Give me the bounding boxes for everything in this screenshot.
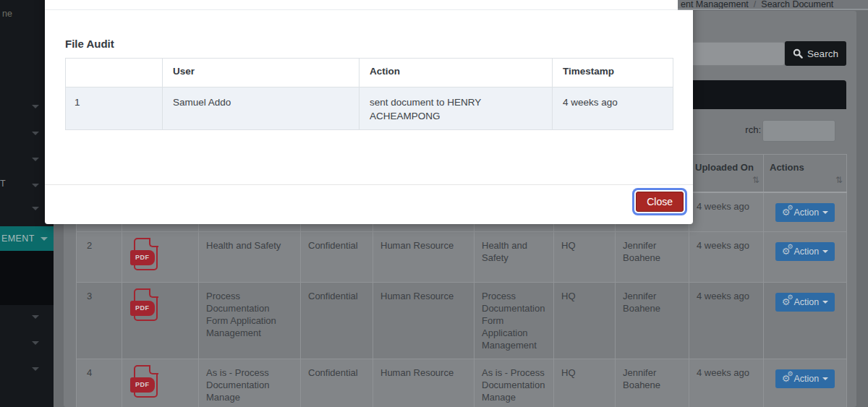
audit-column-timestamp: Timestamp [553,59,673,87]
chevron-down-icon [32,184,39,187]
action-dropdown-button[interactable]: ⚙⚙ Action [775,293,835,312]
sidebar-item[interactable] [0,311,54,327]
chevron-down-icon [32,132,39,135]
table-row: 3 PDF Process Documentation Form Applica… [77,283,847,359]
chevron-down-icon [32,341,39,345]
table-filter-input[interactable] [762,120,835,142]
action-dropdown-button[interactable]: ⚙⚙ Action [775,203,835,222]
pdf-file-icon: PDF [134,365,158,398]
chevron-down-icon [822,377,828,380]
sort-icon[interactable]: ⇅ [835,174,843,186]
chevron-down-icon [32,315,39,319]
audit-column-user: User [163,59,359,87]
app-window: Search rch: Uploaded On ⇅ Actions ⇅ [0,0,868,407]
column-header-actions[interactable]: Actions ⇅ [764,155,847,192]
pdf-file-icon: PDF [134,288,158,321]
chevron-down-icon [32,207,39,210]
sidebar-item-label: T [0,179,6,189]
chevron-down-icon [32,158,39,161]
chevron-down-icon [32,105,39,108]
gears-icon: ⚙⚙ [782,374,791,384]
chevron-down-icon [822,301,828,304]
chevron-down-icon [32,367,39,371]
modal-title: File Audit [65,38,114,50]
breadcrumb-separator: / [754,0,756,9]
audit-header-row: User Action Timestamp [66,59,673,87]
modal-footer: Close [45,184,693,224]
table-row: 4 PDF As is - Process Documentation Mana… [77,359,847,407]
chevron-down-icon [822,211,828,214]
table-row: 2 PDF Health and Safety Confidential Hum… [77,232,847,283]
action-dropdown-button[interactable]: ⚙⚙ Action [775,369,835,388]
search-button-label: Search [807,48,838,59]
search-button[interactable]: Search [785,41,846,66]
table-filter-label: rch: [716,124,761,135]
sidebar-item[interactable] [0,337,54,353]
sort-icon[interactable]: ⇅ [752,174,760,186]
breadcrumb-item-document-management[interactable]: ent Management [681,0,749,9]
sidebar-submenu [0,251,54,305]
modal-header [45,0,693,10]
file-audit-modal: File Audit User Action Timestamp 1 Samue… [45,0,693,224]
gears-icon: ⚙⚙ [782,297,791,307]
brand-text-fragment: ne [2,9,12,19]
breadcrumb-item-search-document[interactable]: Search Document [761,0,833,9]
gears-icon: ⚙⚙ [782,247,791,257]
audit-column-action: Action [359,59,553,87]
sidebar-item-document-management[interactable]: EMENT [0,226,54,251]
chevron-down-icon [822,250,828,253]
chevron-down-icon [41,237,48,241]
action-dropdown-button[interactable]: ⚙⚙ Action [775,242,835,261]
search-icon [793,48,803,59]
pdf-file-icon: PDF [134,238,158,270]
column-header-uploaded-on[interactable]: Uploaded On ⇅ [689,155,764,192]
breadcrumb: ent Management / Search Document [678,0,868,10]
sidebar-item-label: EMENT [0,234,35,244]
gears-icon: ⚙⚙ [782,207,791,218]
close-button[interactable]: Close [636,192,684,212]
sidebar-item[interactable] [0,363,54,379]
file-audit-table: User Action Timestamp 1 Samuel Addo sent… [65,58,673,130]
audit-row: 1 Samuel Addo sent document to HENRY ACH… [66,87,673,130]
